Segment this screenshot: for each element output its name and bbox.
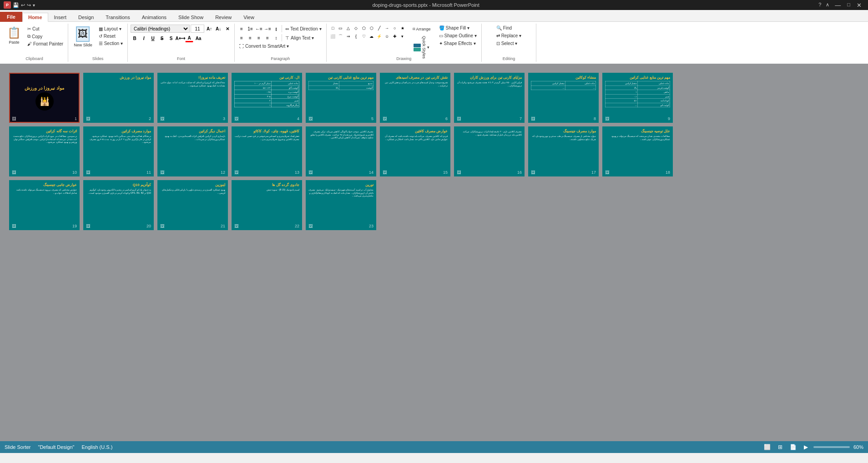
layout-button[interactable]: ▦ Layout ▾ bbox=[97, 25, 125, 32]
pentagon-shape[interactable]: ⬠ bbox=[360, 25, 368, 32]
bullets-btn[interactable]: ≡ bbox=[237, 25, 246, 33]
slide-thumb-19[interactable]: عوارض جانبی جینسینگ عوارض مختلفی که مصرف… bbox=[9, 180, 80, 230]
underline-btn[interactable]: U bbox=[149, 34, 157, 42]
tab-design[interactable]: Design bbox=[72, 13, 100, 22]
rounded-rect-shape[interactable]: ▭ bbox=[337, 25, 344, 32]
slide-thumb-15[interactable]: عوارض مصرف کافئین فردی که کافئین مصرف می… bbox=[380, 126, 450, 176]
slide-thumb-5[interactable]: مهم ترین منابع غذایی کارنی تین منبعمقدار… bbox=[306, 73, 376, 123]
tab-animations[interactable]: Animations bbox=[136, 13, 172, 22]
undo-qa[interactable]: ↩ bbox=[21, 2, 25, 8]
quick-styles-button[interactable]: Quick Styles ▾ bbox=[408, 34, 435, 60]
tab-view[interactable]: View bbox=[237, 13, 260, 22]
slide-thumb-21[interactable]: اینوزین بهبود عملکرد اکسیژن در زمینه‌ی ت… bbox=[157, 180, 228, 230]
slide-sorter-view-btn[interactable]: ⊞ bbox=[776, 443, 784, 451]
arrange-button[interactable]: ⧈ Arrange bbox=[408, 25, 435, 33]
redo-qa[interactable]: ↪ bbox=[27, 2, 31, 8]
tab-insert[interactable]: Insert bbox=[48, 13, 73, 22]
shape-effects-button[interactable]: ✦ Shape Effects ▾ bbox=[437, 40, 479, 47]
char-spacing-btn[interactable]: A⟷ bbox=[176, 34, 184, 42]
strikethrough-btn[interactable]: S bbox=[158, 34, 166, 42]
slide-thumb-23[interactable]: تورین محلول آب در اسید آمینه‌های شهرتنیک… bbox=[306, 180, 376, 230]
slideshow-btn[interactable]: ▶ bbox=[802, 443, 810, 451]
font-color-btn[interactable]: A bbox=[185, 34, 193, 42]
shape-fill-button[interactable]: 🪣 Shape Fill ▾ bbox=[437, 25, 479, 31]
slide-thumb-16[interactable]: مصرف کافئین داری ۲۰ دقیقه ایجاد اثرات بر… bbox=[454, 126, 525, 176]
change-case-btn[interactable]: Aa bbox=[194, 34, 202, 42]
slide-thumb-10[interactable]: اثرات سه گانه کراتین در سومین مطالعات در… bbox=[9, 126, 80, 176]
customize-qa[interactable]: ▾ bbox=[33, 3, 35, 8]
line-shape[interactable]: ╱ bbox=[376, 25, 383, 32]
slide-thumb-13[interactable]: کافئین، قهوه، چای، کولا، کاکائو نقش ایجا… bbox=[232, 126, 302, 176]
slide-thumb-11[interactable]: موارد مصرف کراتین در هنگام فعالیت‌های بد… bbox=[83, 126, 154, 176]
slide-thumb-8[interactable]: منشاء کوکائین ماده غذاییمقدار کراتین ...… bbox=[528, 73, 599, 123]
ribbon-collapse[interactable]: ∧ bbox=[824, 2, 831, 9]
convert-smartart-button[interactable]: ⛶ Convert to SmartArt ▾ bbox=[237, 43, 291, 50]
brace-shape[interactable]: { bbox=[353, 33, 360, 40]
callout-shape[interactable]: ⬜ bbox=[329, 33, 337, 40]
arrow-shape[interactable]: → bbox=[384, 25, 391, 32]
hexagon-shape[interactable]: ⬡ bbox=[368, 25, 375, 32]
slide-thumb-7[interactable]: مزایای کارنی تین برای ورزش کاران فراین ک… bbox=[454, 73, 525, 123]
font-name-select[interactable]: Calibri (Headings) bbox=[131, 25, 190, 33]
format-painter-button[interactable]: 🖌 Format Painter bbox=[25, 40, 65, 47]
decrease-font-btn[interactable]: A↓ bbox=[214, 25, 222, 33]
triangle-shape[interactable]: △ bbox=[345, 25, 352, 32]
italic-btn[interactable]: I bbox=[140, 34, 148, 42]
arc-shape[interactable]: ⌒ bbox=[337, 33, 344, 40]
save-qa[interactable]: 💾 bbox=[13, 2, 19, 8]
slide-thumb-1[interactable]: مواد نیروزا در ورزش 🕌 1 🖼 bbox=[9, 73, 80, 123]
slide-thumb-20[interactable]: کوآنزیم Q10 به عنوان یک کو آنزیم اساسی د… bbox=[83, 180, 154, 230]
font-size-input[interactable] bbox=[191, 25, 204, 33]
tab-slide-show[interactable]: Slide Show bbox=[172, 13, 209, 22]
select-button[interactable]: ⊡ Select ▾ bbox=[495, 40, 520, 47]
align-text-button[interactable]: ⊤ Align Text ▾ bbox=[283, 35, 316, 41]
zoom-slider[interactable] bbox=[813, 446, 850, 448]
normal-view-btn[interactable]: ⬜ bbox=[762, 443, 772, 451]
slide-thumb-17[interactable]: موارد مصرف جینسینگ موارد مختلفی از مصرف … bbox=[528, 126, 599, 176]
find-button[interactable]: 🔍 Find bbox=[495, 25, 514, 31]
slide-thumb-4[interactable]: ال- کارنی تین ماده غذاییمیلی گرم در ۱۰۰ … bbox=[232, 73, 302, 123]
more-shapes[interactable]: ▾ bbox=[399, 33, 406, 40]
new-slide-button[interactable]: 🖼 New Slide bbox=[71, 25, 95, 49]
slide-thumb-18[interactable]: علل توصیه جینسینگ مطالعات متعددی نشان می… bbox=[602, 126, 673, 176]
clear-formatting-btn[interactable]: ✕ bbox=[223, 25, 232, 33]
cross-shape[interactable]: ✚ bbox=[391, 33, 399, 40]
circle-shape[interactable]: ○ bbox=[391, 25, 399, 32]
tab-review[interactable]: Review bbox=[209, 13, 237, 22]
slide-thumb-9[interactable]: مهم ترین منابع غذایی کراتین ماده غذاییمق… bbox=[602, 73, 673, 123]
columns-btn[interactable]: ⫿ bbox=[272, 25, 280, 33]
shadow-btn[interactable]: S bbox=[167, 34, 175, 42]
parallelogram-shape[interactable]: ◇ bbox=[353, 25, 360, 32]
slide-thumb-22[interactable]: جادوی گرده گل ها اسید پانتوتنیک (B 15) -… bbox=[232, 180, 302, 230]
cloud-shape[interactable]: ☁ bbox=[368, 33, 375, 40]
paste-button[interactable]: 📋 Paste bbox=[4, 25, 25, 46]
block-arrow-shape[interactable]: ⇒ bbox=[345, 33, 352, 40]
align-right-btn[interactable]: ≡ bbox=[255, 34, 263, 42]
heart-shape[interactable]: ♡ bbox=[360, 33, 368, 40]
slide-thumb-3[interactable]: تعریف ماده نیروزا! مقاله‌هایی که انرژی‌ز… bbox=[157, 73, 228, 123]
line-spacing-btn[interactable]: ↕ bbox=[272, 34, 280, 42]
tab-transitions[interactable]: Transitions bbox=[100, 13, 136, 22]
increase-font-btn[interactable]: A↑ bbox=[205, 25, 213, 33]
star-shape[interactable]: ★ bbox=[399, 25, 406, 32]
align-left-btn[interactable]: ≡ bbox=[237, 34, 246, 42]
slide-thumb-14[interactable]: مصرف کافئین موجب خواب‌آلودگی کاهش می‌یاب… bbox=[306, 126, 376, 176]
cut-button[interactable]: ✂ Cut bbox=[25, 25, 65, 32]
slide-thumb-2[interactable]: مواد نیروزا در ورزش 2 🖼 bbox=[83, 73, 154, 123]
tab-home[interactable]: Home bbox=[22, 13, 48, 22]
decrease-indent-btn[interactable]: ←≡ bbox=[255, 25, 263, 33]
shape-outline-button[interactable]: ▭ Shape Outline ▾ bbox=[437, 32, 479, 39]
lightning-shape[interactable]: ⚡ bbox=[376, 33, 383, 40]
justify-btn[interactable]: ≡ bbox=[263, 34, 272, 42]
help-btn[interactable]: ? bbox=[817, 2, 823, 9]
section-button[interactable]: ☰ Section ▾ bbox=[97, 40, 125, 47]
rect-shape[interactable]: □ bbox=[329, 25, 337, 32]
replace-button[interactable]: ⇄ Replace ▾ bbox=[495, 32, 524, 39]
maximize-btn[interactable]: □ bbox=[844, 2, 853, 9]
minimize-btn[interactable]: — bbox=[832, 2, 843, 9]
reset-button[interactable]: ↺ Reset bbox=[97, 33, 125, 40]
close-btn[interactable]: ✕ bbox=[854, 2, 864, 9]
copy-button[interactable]: ⧉ Copy bbox=[25, 33, 65, 40]
numbering-btn[interactable]: 1≡ bbox=[246, 25, 254, 33]
text-direction-button[interactable]: ⇔ Text Direction ▾ bbox=[283, 25, 323, 32]
